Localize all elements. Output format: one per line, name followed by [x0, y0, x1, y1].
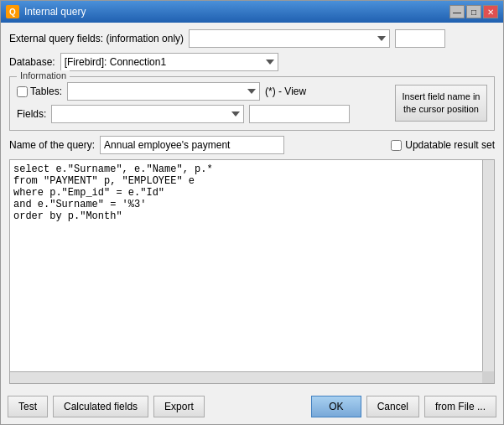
updatable-wrap: Updatable result set: [391, 139, 495, 151]
query-name-input[interactable]: [100, 136, 284, 154]
sql-area-wrap: [9, 159, 495, 384]
scrollbar-vertical[interactable]: [482, 160, 494, 371]
tables-checkbox[interactable]: [17, 86, 28, 97]
test-button[interactable]: Test: [8, 396, 48, 417]
fields-row: Fields:: [17, 105, 390, 123]
content-area: External query fields: (information only…: [1, 23, 503, 391]
ext-query-row: External query fields: (information only…: [9, 29, 495, 48]
window-title: Internal query: [24, 6, 86, 18]
db-label: Database:: [9, 56, 55, 68]
title-bar: Q Internal query — □ ✕: [1, 1, 503, 23]
updatable-label: Updatable result set: [405, 139, 495, 151]
insert-field-button[interactable]: Insert field name in the cursor position: [395, 85, 487, 122]
updatable-checkbox[interactable]: [391, 140, 402, 151]
minimize-button[interactable]: —: [449, 5, 465, 18]
db-row: Database: [Firebird]: Connection1: [9, 53, 495, 71]
tables-label: Tables:: [30, 86, 62, 97]
tables-checkbox-wrap: Tables:: [17, 86, 62, 97]
title-buttons: — □ ✕: [449, 5, 498, 18]
fields-select[interactable]: [51, 105, 244, 123]
information-group: Information Tables: (*) - View Fields: [9, 76, 495, 131]
footer: Test Calculated fields Export OK Cancel …: [1, 391, 503, 424]
app-icon: Q: [6, 5, 19, 18]
db-select[interactable]: [Firebird]: Connection1: [60, 53, 278, 71]
sql-textarea[interactable]: [10, 160, 494, 383]
fields-extra-input[interactable]: [249, 105, 350, 123]
tables-select[interactable]: [67, 82, 260, 101]
export-button[interactable]: Export: [153, 396, 205, 417]
ext-query-select[interactable]: [189, 29, 390, 48]
tables-row: Tables: (*) - View: [17, 82, 390, 101]
ext-query-input[interactable]: [395, 29, 445, 48]
query-name-label: Name of the query:: [9, 139, 95, 151]
view-text: (*) - View: [265, 86, 306, 97]
ok-button[interactable]: OK: [311, 396, 361, 417]
ext-query-label: External query fields: (information only…: [9, 33, 184, 44]
info-row: Tables: (*) - View Fields: Insert field …: [17, 82, 487, 123]
internal-query-window: Q Internal query — □ ✕ External query fi…: [0, 0, 504, 425]
scrollbar-horizontal[interactable]: [10, 371, 482, 383]
maximize-button[interactable]: □: [466, 5, 481, 18]
fields-label: Fields:: [17, 108, 46, 120]
from-file-button[interactable]: from File ...: [424, 396, 496, 417]
query-name-row: Name of the query: Updatable result set: [9, 136, 495, 154]
info-left: Tables: (*) - View Fields:: [17, 82, 390, 123]
title-bar-left: Q Internal query: [6, 5, 86, 18]
scrollbar-corner: [482, 371, 494, 383]
close-button[interactable]: ✕: [483, 5, 498, 18]
cancel-button[interactable]: Cancel: [366, 396, 419, 417]
group-legend: Information: [17, 70, 70, 80]
calculated-fields-button[interactable]: Calculated fields: [53, 396, 148, 417]
